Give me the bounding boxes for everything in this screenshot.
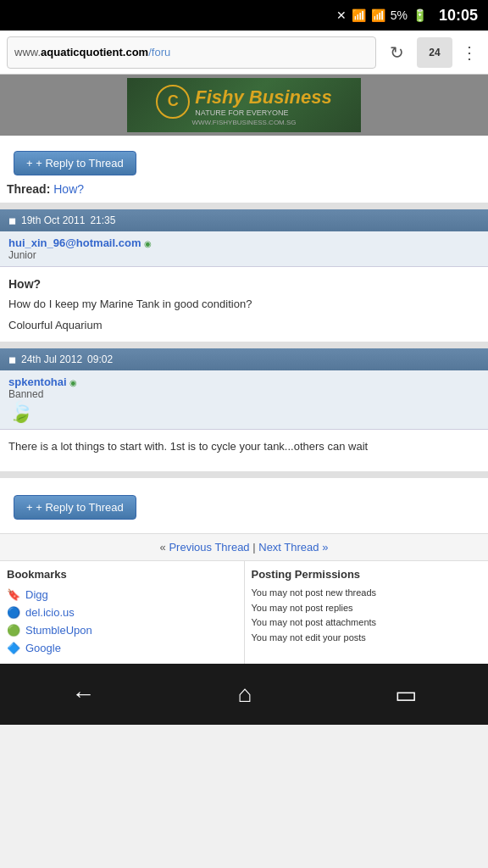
perm-line-2: You may not post replies bbox=[252, 601, 482, 616]
permissions-text: You may not post new threads You may not… bbox=[252, 586, 482, 645]
banner-subtitle: NATURE FOR EVERYONE bbox=[195, 108, 331, 117]
permissions-header: Posting Permissions bbox=[252, 568, 482, 581]
url-path: /foru bbox=[148, 46, 170, 58]
clock: 10:05 bbox=[439, 7, 478, 25]
thread-link[interactable]: How? bbox=[53, 182, 84, 196]
bookmark-delicious[interactable]: 🔵 del.icio.us bbox=[7, 604, 237, 621]
post-2-body: There is a lot things to start with. 1st… bbox=[0, 430, 488, 471]
bookmark-google[interactable]: 🔷 Google bbox=[7, 639, 237, 657]
url-domain: aquaticquotient.com bbox=[41, 46, 148, 58]
reply-to-thread-bottom[interactable]: + Reply to Thread bbox=[14, 495, 136, 520]
home-button[interactable]: ⌂ bbox=[238, 681, 252, 708]
page-content: + Reply to Thread Thread: How? ◼ 19th Oc… bbox=[0, 136, 488, 664]
post-1: ◼ 19th Oct 2011 21:35 hui_xin_96@hotmail… bbox=[0, 209, 488, 342]
prev-thread-link[interactable]: Previous Thread bbox=[169, 541, 249, 554]
battery-percent: 5% bbox=[391, 8, 408, 22]
bottom-panels: Bookmarks 🔖 Digg 🔵 del.icio.us 🟢 Stumble… bbox=[0, 560, 488, 664]
post-1-time: 21:35 bbox=[90, 214, 115, 226]
post-2-icon: ◼ bbox=[8, 354, 16, 365]
reply-button-bottom-container: + Reply to Thread bbox=[0, 478, 488, 533]
digg-link[interactable]: Digg bbox=[25, 588, 48, 601]
post-2: ◼ 24th Jul 2012 09:02 spkentohai ◉ Banne… bbox=[0, 348, 488, 471]
thread-label: Thread: bbox=[7, 182, 50, 196]
tabs-button[interactable]: 24 bbox=[417, 37, 452, 68]
post-1-text: How do I keep my Marine Tank in good con… bbox=[8, 298, 480, 310]
post-2-userbar: spkentohai ◉ Banned 🍃 bbox=[0, 370, 488, 430]
status-icons: ✕ 📶 📶 5% 🔋 10:05 bbox=[336, 7, 478, 25]
delicious-link[interactable]: del.icio.us bbox=[25, 606, 75, 619]
site-banner: C Fishy Business NATURE FOR EVERYONE WWW… bbox=[0, 75, 488, 136]
google-link[interactable]: Google bbox=[25, 642, 61, 654]
recents-button[interactable]: ▭ bbox=[395, 681, 417, 709]
refresh-button[interactable]: ↻ bbox=[381, 37, 412, 68]
back-button[interactable]: ← bbox=[71, 681, 95, 708]
post-2-online: ◉ bbox=[69, 378, 77, 387]
post-2-text: There is a lot things to start with. 1st… bbox=[8, 440, 480, 453]
post-1-username[interactable]: hui_xin_96@hotmail.com bbox=[8, 236, 141, 249]
reply-button-top-container: + Reply to Thread bbox=[0, 136, 488, 181]
perm-line-3: You may not post attachments bbox=[252, 615, 482, 631]
stumbleupon-icon: 🟢 bbox=[7, 624, 20, 637]
perm-line-1: You may not post new threads bbox=[252, 586, 482, 601]
browser-bar: www.aquaticquotient.com/foru ↻ 24 ⋮ bbox=[0, 31, 488, 75]
post-1-icon: ◼ bbox=[8, 215, 16, 226]
bookmarks-panel: Bookmarks 🔖 Digg 🔵 del.icio.us 🟢 Stumble… bbox=[0, 561, 245, 664]
thread-title-bar: Thread: How? bbox=[0, 181, 488, 203]
post-2-date: 24th Jul 2012 bbox=[21, 353, 82, 365]
banner-image: C Fishy Business NATURE FOR EVERYONE WWW… bbox=[125, 76, 363, 134]
post-2-rank: Banned bbox=[8, 388, 480, 400]
separator-1 bbox=[0, 203, 488, 209]
digg-icon: 🔖 bbox=[7, 588, 20, 601]
post-2-username[interactable]: spkentohai bbox=[8, 376, 67, 388]
post-1-userbar: hui_xin_96@hotmail.com ◉ Junior bbox=[0, 231, 488, 267]
banner-url: WWW.FISHYBUSINESS.COM.SG bbox=[191, 119, 296, 126]
next-thread-link[interactable]: Next Thread » bbox=[258, 541, 328, 554]
wifi-icon: 📶 bbox=[352, 8, 366, 22]
post-1-online: ◉ bbox=[144, 239, 152, 248]
google-icon: 🔷 bbox=[7, 642, 20, 654]
bookmark-stumbleupon[interactable]: 🟢 StumbleUpon bbox=[7, 621, 237, 639]
post-2-time: 09:02 bbox=[87, 353, 113, 365]
bookmark-digg[interactable]: 🔖 Digg bbox=[7, 586, 237, 604]
bottom-navigation: ← ⌂ ▭ bbox=[0, 664, 488, 725]
separator-2 bbox=[0, 342, 488, 348]
nav-prefix: « bbox=[160, 541, 166, 554]
cross-icon: ✕ bbox=[336, 8, 347, 22]
delicious-icon: 🔵 bbox=[7, 606, 20, 619]
reply-to-thread-top[interactable]: + Reply to Thread bbox=[14, 151, 136, 175]
separator-3 bbox=[0, 471, 488, 478]
post-1-title: How? bbox=[8, 277, 480, 291]
post-1-rank: Junior bbox=[8, 249, 480, 261]
permissions-panel: Posting Permissions You may not post new… bbox=[245, 561, 489, 664]
post-2-header: ◼ 24th Jul 2012 09:02 bbox=[0, 348, 488, 370]
perm-line-4: You may not edit your posts bbox=[252, 631, 482, 646]
thread-navigation: « Previous Thread | Next Thread » bbox=[0, 533, 488, 560]
post-1-date: 19th Oct 2011 bbox=[21, 214, 85, 226]
banner-title: Fishy Business bbox=[195, 86, 331, 108]
post-1-signature: Colourful Aquarium bbox=[8, 319, 480, 331]
post-1-header: ◼ 19th Oct 2011 21:35 bbox=[0, 209, 488, 231]
signal-icon: 📶 bbox=[371, 8, 385, 22]
status-bar: ✕ 📶 📶 5% 🔋 10:05 bbox=[0, 0, 488, 31]
leaf-icon: 🍃 bbox=[8, 400, 480, 424]
post-1-body: How? How do I keep my Marine Tank in goo… bbox=[0, 267, 488, 342]
nav-separator: | bbox=[252, 541, 255, 554]
menu-button[interactable]: ⋮ bbox=[458, 37, 481, 68]
stumbleupon-link[interactable]: StumbleUpon bbox=[25, 624, 92, 637]
battery-icon: 🔋 bbox=[413, 8, 427, 22]
url-bar[interactable]: www.aquaticquotient.com/foru bbox=[7, 36, 376, 69]
url-prefix: www. bbox=[14, 46, 41, 58]
bookmarks-header: Bookmarks bbox=[7, 568, 237, 581]
